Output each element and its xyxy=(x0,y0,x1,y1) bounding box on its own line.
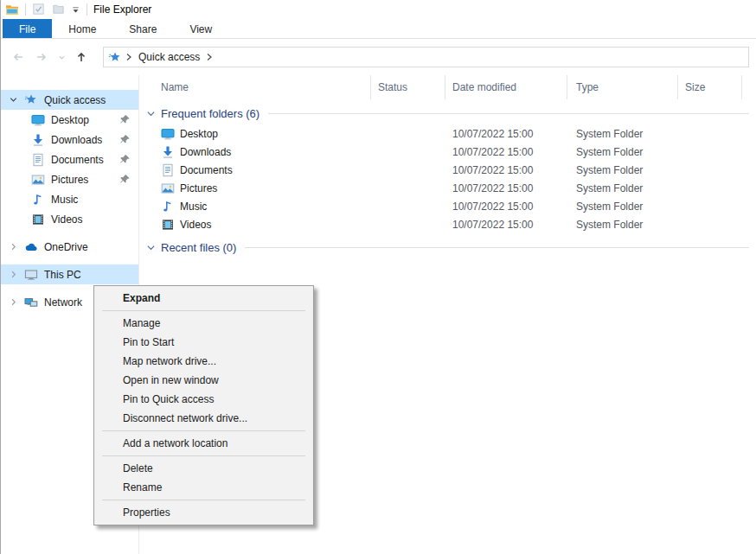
file-name: Videos xyxy=(180,219,211,231)
breadcrumb-chevron-icon[interactable] xyxy=(125,53,132,61)
ribbon-tab-file[interactable]: File xyxy=(3,19,52,38)
file-row-videos[interactable]: Videos 10/07/2022 15:00 System Folder xyxy=(139,215,756,233)
context-menu-item-manage[interactable]: Manage xyxy=(94,314,313,333)
context-menu-item-rename[interactable]: Rename xyxy=(94,478,313,497)
context-menu-item-properties[interactable]: Properties xyxy=(94,503,313,522)
file-explorer-window: File Explorer FileHomeShareView Quick ac… xyxy=(0,0,756,554)
titlebar-divider xyxy=(86,3,87,16)
context-menu-separator xyxy=(102,455,305,456)
file-date-modified: 10/07/2022 15:00 xyxy=(445,219,567,231)
breadcrumb-quick-access[interactable]: Quick access xyxy=(137,51,202,63)
context-menu-item-pin-to-quick-access[interactable]: Pin to Quick access xyxy=(94,390,313,409)
group-frequent-folders: Frequent folders (6) Desktop 10/07/2022 … xyxy=(139,99,756,233)
sidebar-item-music[interactable]: Music xyxy=(1,189,138,209)
desktop-icon xyxy=(31,113,47,127)
properties-quick-toolbar-icon[interactable] xyxy=(32,3,46,16)
column-header-status[interactable]: Status xyxy=(371,75,445,99)
music-icon xyxy=(31,193,47,207)
context-menu-item-disconnect-network-drive[interactable]: Disconnect network drive... xyxy=(94,409,313,428)
titlebar: File Explorer xyxy=(1,0,756,19)
videos-icon xyxy=(31,213,47,226)
pin-icon xyxy=(119,114,132,125)
chevron-down-icon[interactable] xyxy=(146,109,156,118)
file-date-modified: 10/07/2022 15:00 xyxy=(445,201,567,213)
documents-icon xyxy=(161,163,175,177)
pin-icon xyxy=(119,174,132,185)
file-type: System Folder xyxy=(567,201,678,213)
file-name: Downloads xyxy=(180,146,231,158)
group-label: Frequent folders (6) xyxy=(161,107,259,120)
ribbon-tab-share[interactable]: Share xyxy=(112,19,173,38)
sidebar-item-videos[interactable]: Videos xyxy=(1,209,138,229)
pictures-icon xyxy=(31,173,47,187)
sidebar-item-pictures[interactable]: Pictures xyxy=(1,169,138,189)
file-name: Documents xyxy=(180,164,233,176)
group-recent-files: Recent files (0) xyxy=(139,233,756,258)
file-date-modified: 10/07/2022 15:00 xyxy=(445,182,567,194)
file-type: System Folder xyxy=(567,128,678,140)
file-name: Desktop xyxy=(180,128,218,140)
quick-access-star-icon xyxy=(108,51,121,64)
up-button-icon[interactable] xyxy=(73,48,90,66)
column-header-date-modified[interactable]: Date modified xyxy=(445,75,567,99)
chevron-down-icon[interactable] xyxy=(7,95,20,105)
forward-button-icon[interactable] xyxy=(33,48,50,66)
group-header[interactable]: Recent files (0) xyxy=(146,241,749,254)
sidebar-item-documents[interactable]: Documents xyxy=(1,150,138,169)
file-row-music[interactable]: Music 10/07/2022 15:00 System Folder xyxy=(139,197,756,215)
file-date-modified: 10/07/2022 15:00 xyxy=(445,128,567,140)
column-header-type[interactable]: Type xyxy=(567,75,678,99)
context-menu-item-pin-to-start[interactable]: Pin to Start xyxy=(94,333,313,352)
file-type: System Folder xyxy=(567,146,678,158)
chevron-right-icon[interactable] xyxy=(7,270,20,279)
chevron-right-icon[interactable] xyxy=(7,242,20,252)
column-headers: Name Status Date modified Type Size xyxy=(139,75,756,99)
desktop-icon xyxy=(161,127,175,141)
breadcrumb-chevron-icon[interactable] xyxy=(206,53,213,61)
file-row-desktop[interactable]: Desktop 10/07/2022 15:00 System Folder xyxy=(139,124,756,143)
sidebar-item-quick-access[interactable]: Quick access xyxy=(1,90,138,110)
file-row-pictures[interactable]: Pictures 10/07/2022 15:00 System Folder xyxy=(139,179,756,197)
chevron-down-icon[interactable] xyxy=(146,243,156,252)
pin-icon xyxy=(119,154,132,165)
navigation-bar: Quick access xyxy=(1,39,756,75)
sidebar-item-downloads[interactable]: Downloads xyxy=(1,130,138,150)
back-button-icon[interactable] xyxy=(10,48,27,66)
column-header-spacer xyxy=(742,75,756,99)
context-menu-separator xyxy=(102,430,305,431)
file-explorer-logo-icon xyxy=(5,3,19,16)
downloads-icon xyxy=(31,133,47,147)
address-bar[interactable]: Quick access xyxy=(103,47,749,67)
context-menu-item-delete[interactable]: Delete xyxy=(94,459,313,478)
file-row-downloads[interactable]: Downloads 10/07/2022 15:00 System Folder xyxy=(139,143,756,161)
file-type: System Folder xyxy=(567,164,678,176)
downloads-icon xyxy=(161,145,175,159)
context-menu-item-open-in-new-window[interactable]: Open in new window xyxy=(94,371,313,390)
ribbon-tab-home[interactable]: Home xyxy=(52,19,112,38)
file-type: System Folder xyxy=(567,219,678,231)
this-pc-icon xyxy=(24,268,40,282)
column-header-size[interactable]: Size xyxy=(678,75,742,99)
customize-quick-access-toolbar-chevron-icon[interactable] xyxy=(72,6,80,14)
context-menu-separator xyxy=(102,310,305,311)
column-header-name[interactable]: Name xyxy=(139,75,371,99)
ribbon-tab-view[interactable]: View xyxy=(173,19,228,38)
frequent-folders-rows: Desktop 10/07/2022 15:00 System Folder D… xyxy=(139,124,756,233)
file-name: Pictures xyxy=(180,182,217,194)
recent-locations-chevron-icon[interactable] xyxy=(56,48,67,66)
file-row-documents[interactable]: Documents 10/07/2022 15:00 System Folder xyxy=(139,161,756,179)
sidebar-item-onedrive[interactable]: OneDrive xyxy=(1,237,138,257)
group-header[interactable]: Frequent folders (6) xyxy=(146,107,749,120)
chevron-right-icon[interactable] xyxy=(7,297,20,307)
sidebar-item-desktop[interactable]: Desktop xyxy=(1,110,138,130)
quick-access-star-icon xyxy=(24,93,40,106)
context-menu-item-map-network-drive[interactable]: Map network drive... xyxy=(94,352,313,371)
new-folder-quick-toolbar-icon[interactable] xyxy=(52,3,66,16)
videos-icon xyxy=(161,218,175,232)
onedrive-icon xyxy=(24,240,40,253)
context-menu-item-add-a-network-location[interactable]: Add a network location xyxy=(94,434,313,453)
file-name: Music xyxy=(180,201,207,213)
window-title: File Explorer xyxy=(93,3,151,16)
sidebar-item-this-pc[interactable]: This PC xyxy=(1,264,138,284)
context-menu-item-expand[interactable]: Expand xyxy=(94,289,313,308)
